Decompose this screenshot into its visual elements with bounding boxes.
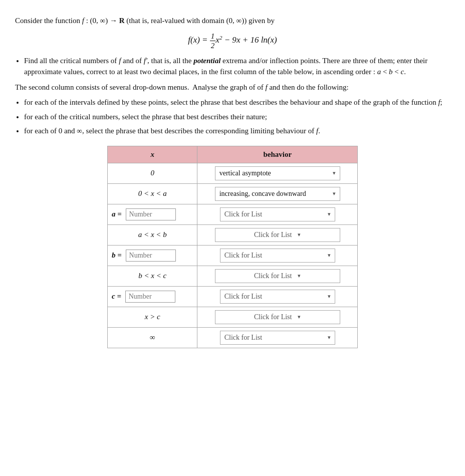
dropdown-label-0-a: increasing, concave downward	[219, 190, 306, 198]
dropdown-arrow-b-c: ▾	[298, 273, 301, 279]
dropdown-arrow-0-a: ▾	[333, 190, 336, 197]
x-value-0: 0	[108, 163, 197, 183]
behavior-a: Click for List ▾	[197, 204, 358, 224]
bullet-2b: for each of the critical numbers, select…	[24, 111, 450, 123]
input-c[interactable]	[125, 291, 175, 303]
table-row-x-gt-c: x > c Click for List ▾	[108, 307, 358, 327]
table-row-b: b = Click for List ▾	[108, 245, 358, 266]
x-value-inf: ∞	[108, 327, 197, 348]
dropdown-arrow-a-b: ▾	[298, 231, 301, 238]
bullet-2c: for each of 0 and ∞, select the phrase t…	[24, 125, 450, 137]
dropdown-label-gt-c: Click for List	[254, 313, 292, 321]
dropdown-arrow-a: ▾	[328, 211, 331, 217]
behavior-dropdown-gt-c[interactable]: Click for List ▾	[215, 310, 340, 324]
table-row-inf: ∞ Click for List ▾	[108, 327, 358, 348]
second-paragraph: The second column consists of several dr…	[15, 82, 450, 93]
dropdown-arrow-inf: ▾	[328, 334, 331, 341]
label-a: a =	[112, 210, 122, 218]
table-row-c: c = Click for List ▾	[108, 286, 358, 307]
table-row: 0 < x < a increasing, concave downward ▾	[108, 183, 358, 204]
intro-text: Consider the function f : (0, ∞) → R (th…	[15, 15, 450, 27]
x-input-b: b =	[108, 245, 197, 266]
label-c: c =	[112, 292, 121, 300]
dropdown-arrow-c: ▾	[328, 293, 331, 300]
formula: f(x) = 12x2 − 9x + 16 ln(x)	[15, 32, 450, 50]
behavior-a-b: Click for List ▾	[197, 224, 358, 245]
behavior-c: Click for List ▾	[197, 286, 358, 307]
behavior-dropdown-0-a[interactable]: increasing, concave downward ▾	[215, 187, 340, 201]
x-input-a: a =	[108, 204, 197, 224]
dropdown-arrow-gt-c: ▾	[298, 314, 301, 320]
dropdown-label-a-b: Click for List	[254, 231, 292, 239]
x-value-0-a: 0 < x < a	[108, 183, 197, 204]
behavior-b: Click for List ▾	[197, 245, 358, 266]
dropdown-label-a: Click for List	[224, 210, 262, 218]
dropdown-label-b-c: Click for List	[254, 272, 292, 280]
behavior-inf: Click for List ▾	[197, 327, 358, 348]
bullet-list-1: Find all the critical numbers of f and o…	[24, 55, 450, 78]
dropdown-label-b: Click for List	[224, 252, 262, 260]
table-row: 0 vertical asymptote ▾	[108, 163, 358, 183]
dropdown-label-0: vertical asymptote	[219, 169, 271, 177]
bullet-1: Find all the critical numbers of f and o…	[24, 55, 450, 78]
bullet-2a: for each of the intervals defined by the…	[24, 97, 450, 108]
behavior-dropdown-c[interactable]: Click for List ▾	[220, 290, 335, 304]
behavior-0: vertical asymptote ▾	[197, 163, 358, 183]
x-value-gt-c: x > c	[108, 307, 197, 327]
dropdown-arrow-0: ▾	[333, 170, 336, 176]
x-value-b-c: b < x < c	[108, 266, 197, 286]
behavior-dropdown-0[interactable]: vertical asymptote ▾	[215, 166, 340, 180]
dropdown-label-inf: Click for List	[224, 334, 262, 342]
behavior-0-a: increasing, concave downward ▾	[197, 183, 358, 204]
behavior-dropdown-inf[interactable]: Click for List ▾	[220, 331, 335, 345]
table-row-a: a = Click for List ▾	[108, 204, 358, 224]
behavior-dropdown-a-b[interactable]: Click for List ▾	[215, 228, 340, 242]
input-a[interactable]	[126, 208, 176, 220]
header-x: x	[108, 146, 197, 163]
input-b[interactable]	[126, 250, 176, 262]
behavior-gt-c: Click for List ▾	[197, 307, 358, 327]
x-value-a-b: a < x < b	[108, 224, 197, 245]
label-b: b =	[112, 251, 122, 259]
table-wrapper: x behavior 0 vertical asymptote ▾ 0 < x …	[15, 146, 450, 348]
behavior-dropdown-b-c[interactable]: Click for List ▾	[215, 269, 340, 283]
dropdown-label-c: Click for List	[224, 293, 262, 301]
dropdown-arrow-b: ▾	[328, 252, 331, 259]
main-table: x behavior 0 vertical asymptote ▾ 0 < x …	[107, 146, 358, 348]
bullet-list-2: for each of the intervals defined by the…	[24, 97, 450, 137]
table-row-a-b: a < x < b Click for List ▾	[108, 224, 358, 245]
behavior-b-c: Click for List ▾	[197, 266, 358, 286]
table-row-b-c: b < x < c Click for List ▾	[108, 266, 358, 286]
behavior-dropdown-b[interactable]: Click for List ▾	[220, 249, 335, 263]
behavior-dropdown-a[interactable]: Click for List ▾	[220, 207, 335, 221]
header-behavior: behavior	[197, 146, 358, 163]
x-input-c: c =	[108, 286, 197, 307]
